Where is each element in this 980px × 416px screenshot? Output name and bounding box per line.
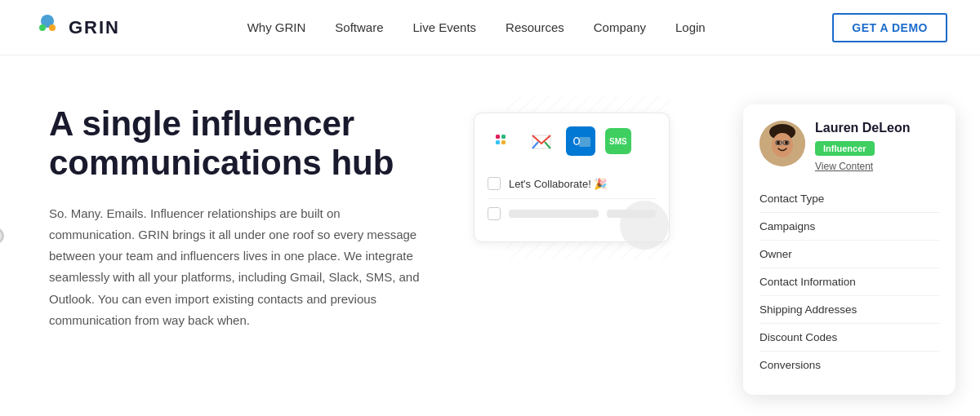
hero-description: So. Many. Emails. Influencer relationshi… <box>49 203 425 332</box>
profile-avatar <box>760 121 805 166</box>
chat-panel: SMS Let's Collaborate! 🎉 <box>474 113 670 242</box>
navbar: GRIN Why GRIN Software Live Events Resou… <box>0 0 980 55</box>
chat-checkbox-2[interactable] <box>488 207 501 220</box>
nav-why-grin[interactable]: Why GRIN <box>247 20 306 34</box>
main-content: A single influencer communications hub S… <box>0 55 980 416</box>
profile-name: Lauren DeLeon <box>815 121 910 135</box>
profile-menu: Contact Type Campaigns Owner Contact Inf… <box>760 185 939 378</box>
nav-resources[interactable]: Resources <box>506 20 564 34</box>
chat-message-text: Let's Collaborate! 🎉 <box>509 178 607 190</box>
chat-avatar-circle <box>620 201 669 250</box>
svg-point-19 <box>777 141 780 144</box>
gmail-icon <box>527 126 556 156</box>
profile-header: Lauren DeLeon Influencer View Content <box>760 121 939 172</box>
chat-bar-long <box>509 210 599 218</box>
sms-icon: SMS <box>605 128 631 154</box>
svg-point-1 <box>39 24 46 31</box>
menu-owner[interactable]: Owner <box>760 241 939 268</box>
scroll-indicator <box>0 228 4 244</box>
integration-icons: SMS <box>488 126 656 156</box>
influencer-badge: Influencer <box>815 141 875 156</box>
grin-logo-icon <box>33 13 62 42</box>
nav-live-events[interactable]: Live Events <box>413 20 477 34</box>
menu-discount-codes[interactable]: Discount Codes <box>760 324 939 352</box>
right-panel: SMS Let's Collaborate! 🎉 <box>474 96 931 416</box>
svg-rect-5 <box>496 135 500 139</box>
svg-rect-7 <box>501 135 506 139</box>
view-content-link[interactable]: View Content <box>815 161 910 172</box>
menu-shipping-addresses[interactable]: Shipping Addresses <box>760 296 939 324</box>
svg-rect-8 <box>501 140 506 144</box>
menu-contact-type[interactable]: Contact Type <box>760 185 939 213</box>
hero-title: A single influencer communications hub <box>49 104 474 184</box>
svg-point-15 <box>575 139 579 144</box>
logo-area: GRIN <box>33 13 120 42</box>
hero-section: A single influencer communications hub S… <box>49 96 474 331</box>
outlook-icon <box>566 126 595 156</box>
chat-checkbox-1[interactable] <box>488 177 501 190</box>
menu-contact-information[interactable]: Contact Information <box>760 268 939 296</box>
navbar-cta: GET A DEMO <box>832 13 947 42</box>
nav-links: Why GRIN Software Live Events Resources … <box>247 20 706 34</box>
svg-rect-6 <box>496 140 500 144</box>
nav-login[interactable]: Login <box>675 20 706 34</box>
menu-conversions[interactable]: Conversions <box>760 352 939 378</box>
nav-company[interactable]: Company <box>594 20 646 34</box>
svg-point-2 <box>49 24 56 31</box>
svg-point-18 <box>772 133 793 157</box>
nav-software[interactable]: Software <box>335 20 383 34</box>
profile-info: Lauren DeLeon Influencer View Content <box>815 121 910 172</box>
svg-rect-13 <box>579 137 590 147</box>
menu-campaigns[interactable]: Campaigns <box>760 213 939 241</box>
get-demo-button[interactable]: GET A DEMO <box>832 13 947 42</box>
logo-text: GRIN <box>69 17 120 38</box>
slack-icon <box>488 126 517 156</box>
profile-card: Lauren DeLeon Influencer View Content Co… <box>743 104 956 395</box>
svg-point-20 <box>785 141 788 144</box>
chat-message-1: Let's Collaborate! 🎉 <box>488 169 656 199</box>
